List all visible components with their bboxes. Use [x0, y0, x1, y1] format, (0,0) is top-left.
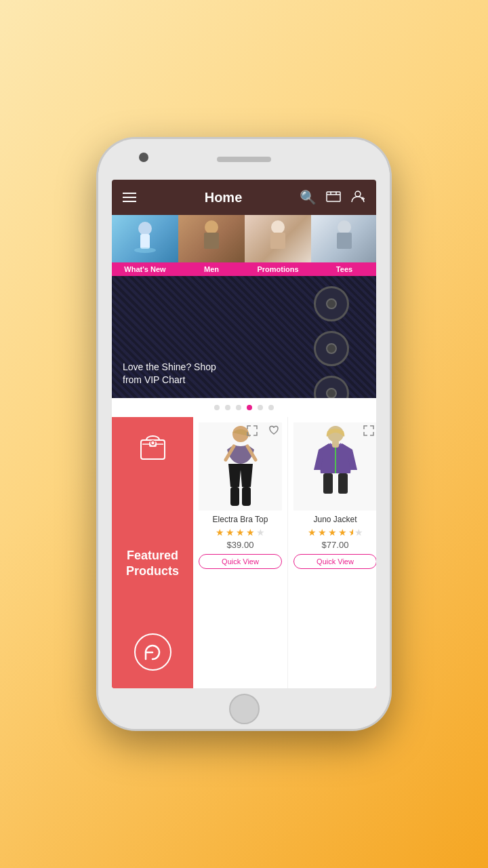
phone-speaker: [217, 157, 271, 162]
product-2-price: $77.00: [293, 540, 376, 550]
svg-point-15: [338, 220, 351, 234]
home-button[interactable]: [229, 694, 260, 724]
dot-6[interactable]: [268, 405, 274, 410]
product-2-quick-view-button[interactable]: Quick View: [293, 554, 376, 569]
product-2-stars: ★ ★ ★ ★ ★ ★: [293, 527, 376, 538]
svg-rect-16: [337, 233, 352, 249]
product-card-2: Juno Jacket ★ ★ ★ ★ ★ ★ $77.00 Quick Vie…: [288, 417, 376, 688]
product-1-stars: ★ ★ ★ ★ ★: [199, 527, 282, 538]
product-2-expand-icon[interactable]: [361, 422, 376, 439]
svg-rect-28: [323, 473, 333, 494]
product-1-wishlist-icon[interactable]: [266, 422, 282, 439]
phone-bottom: [98, 688, 390, 729]
category-promotions-label: Promotions: [245, 262, 311, 276]
featured-refresh-icon[interactable]: [134, 633, 171, 671]
shopping-bag-icon: [134, 428, 171, 465]
svg-point-8: [138, 222, 152, 235]
banner-image[interactable]: Love the Shine? Shop from VIP Chart: [112, 276, 376, 398]
menu-button[interactable]: [123, 193, 136, 202]
app-header: Home 🔍: [112, 180, 376, 215]
phone-shell: Home 🔍: [98, 139, 390, 729]
dot-5[interactable]: [258, 405, 263, 410]
svg-rect-0: [327, 192, 340, 201]
cart-icon[interactable]: [326, 189, 341, 206]
categories-row: What's New Men Promotion: [112, 215, 376, 276]
category-whats-new-label: What's New: [112, 262, 178, 276]
category-promotions[interactable]: Promotions: [245, 215, 311, 276]
svg-rect-14: [270, 233, 285, 249]
featured-title: Featured Products: [117, 548, 188, 580]
product-1-actions: [244, 422, 282, 439]
svg-rect-29: [338, 473, 348, 494]
search-icon[interactable]: 🔍: [300, 189, 317, 205]
phone-top: [98, 139, 390, 180]
svg-point-5: [355, 191, 361, 197]
banner-line2: from VIP Chart: [123, 374, 216, 387]
products-grid: Electra Bra Top ★ ★ ★ ★ ★ $39.00 Quick V…: [193, 417, 376, 688]
category-tees[interactable]: Tees: [311, 215, 376, 276]
banner-line1: Love the Shine? Shop: [123, 361, 216, 374]
product-2-actions: [361, 422, 376, 439]
svg-point-10: [134, 248, 156, 253]
product-1-quick-view-button[interactable]: Quick View: [199, 554, 282, 569]
product-1-expand-icon[interactable]: [244, 422, 260, 439]
dot-3[interactable]: [236, 405, 241, 410]
banner-text: Love the Shine? Shop from VIP Chart: [123, 361, 216, 387]
category-whats-new[interactable]: What's New: [112, 215, 178, 276]
category-men[interactable]: Men: [178, 215, 245, 276]
product-card-1: Electra Bra Top ★ ★ ★ ★ ★ $39.00 Quick V…: [193, 417, 288, 688]
dot-4-active[interactable]: [247, 405, 252, 410]
svg-rect-18: [149, 441, 157, 447]
svg-rect-23: [230, 487, 239, 506]
svg-rect-12: [204, 233, 219, 249]
svg-rect-9: [140, 234, 150, 249]
phone-camera: [139, 153, 148, 162]
featured-section: Featured Products: [112, 417, 376, 688]
svg-rect-24: [242, 487, 251, 506]
product-2-name: Juno Jacket: [293, 515, 376, 524]
product-1-name: Electra Bra Top: [199, 515, 282, 524]
category-men-label: Men: [178, 262, 245, 276]
phone-screen: Home 🔍: [112, 180, 376, 688]
category-tees-label: Tees: [311, 262, 376, 276]
carousel-dots: [112, 398, 376, 417]
product-1-price: $39.00: [199, 540, 282, 550]
page-title: Home: [147, 190, 300, 205]
featured-sidebar: Featured Products: [112, 417, 193, 688]
svg-rect-1: [329, 192, 338, 201]
account-icon[interactable]: [350, 189, 365, 206]
dot-1[interactable]: [214, 405, 220, 410]
svg-point-11: [205, 220, 218, 234]
dot-2[interactable]: [225, 405, 230, 410]
banner-container: Love the Shine? Shop from VIP Chart: [112, 276, 376, 417]
svg-rect-27: [332, 441, 339, 448]
svg-point-13: [271, 220, 285, 234]
header-icons: 🔍: [300, 189, 365, 206]
